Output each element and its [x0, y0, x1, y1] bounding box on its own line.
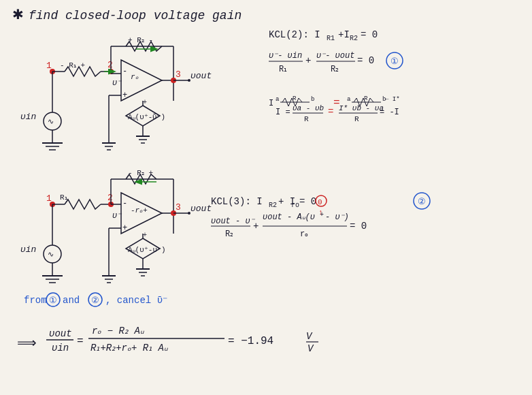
eq1-plus: +	[305, 55, 311, 66]
r1-label-top: - R₁ +	[60, 61, 85, 69]
vcvs1-plus: +	[143, 99, 147, 106]
vin-label2: υin	[20, 244, 36, 255]
kcl2-plus: +I	[338, 29, 350, 40]
opamp2-minus: -	[122, 199, 127, 208]
circuit1-node2: 2	[107, 60, 113, 70]
eq1-num-label: ①	[390, 57, 399, 67]
opamp1-ro: rₒ	[131, 73, 139, 81]
istar-den: R	[354, 115, 359, 123]
eq1-num1: υ⁻- υin	[269, 51, 302, 61]
circuit2-node3: 3	[176, 202, 181, 212]
result-big-num: rₒ − R₂ Aᵤ	[92, 326, 144, 336]
vcvs2-plus: +	[143, 232, 147, 239]
implies-arrow: ⟹	[17, 336, 37, 351]
kcl2-label: KCL(2): I	[269, 29, 320, 40]
kcl2-sub1: R1	[327, 35, 335, 42]
i-formula-lhs: I =	[276, 108, 290, 117]
eq2-plus: +	[253, 221, 259, 232]
asterisk: ✱	[12, 7, 24, 23]
opamp2-vminus: υ⁻	[112, 211, 122, 221]
eq1-den1: R₁	[279, 65, 287, 74]
vcvs1-label: Aᵤ(υ⁺-ῡ⁻)	[128, 113, 165, 121]
kcl3-sub2: ro	[291, 202, 299, 209]
kcl2-sub2: R2	[350, 35, 358, 42]
r1-label-bot: R₁	[60, 193, 67, 202]
result-num: υout	[49, 328, 72, 339]
current-I: I	[269, 99, 273, 108]
node-a: a	[276, 96, 280, 103]
eq2-den1: R₂	[225, 230, 233, 239]
opamp2-plus: +	[122, 223, 127, 233]
conc-label1: ①	[49, 296, 57, 306]
eq2-num2: υout - Aᵤ(υ	[263, 212, 315, 222]
kcl3-zero: 0	[318, 198, 322, 206]
eq2-num-label: ②	[418, 197, 426, 207]
conclusion-and: and	[63, 295, 80, 306]
istar-num: I* υb - υa	[339, 104, 384, 112]
title: find closed-loop voltage gain	[29, 9, 242, 22]
opamp1-plus: +	[122, 91, 127, 100]
result-value: = −1.94	[228, 335, 273, 347]
vout-label2: υout	[190, 204, 212, 214]
eq2-num2b: - υ⁻)	[325, 212, 349, 222]
node-a2: a	[347, 96, 351, 103]
eq1-den2: R₂	[331, 65, 339, 74]
circuit1-node3: 3	[176, 69, 181, 80]
istar-label: ← I*	[385, 96, 400, 103]
result-equals: =	[77, 335, 84, 347]
i-num: υa - υb	[293, 104, 324, 112]
eq1-num2: υ⁻- υout	[316, 51, 354, 61]
result-big-den: R₁+R₂+rₒ+ R₁ Aᵤ	[90, 343, 168, 353]
vcvs2-label: Aᵤ(υ⁺-υ⁻)	[128, 246, 166, 254]
eq2-den2: rₒ	[300, 230, 308, 239]
conclusion-cancel: , cancel ῡ⁻	[105, 295, 167, 306]
vout-label1: υout	[190, 71, 212, 81]
vin-wave1: ∿	[48, 118, 54, 126]
eq1-result: = 0	[357, 55, 374, 66]
kcl2-eq0: = 0	[361, 29, 378, 40]
opamp1-vminus: υ⁻	[112, 78, 122, 88]
vin-wave2: ∿	[48, 251, 54, 259]
node-b: b	[311, 96, 314, 103]
red-arrow-annotation: ↑	[318, 208, 323, 217]
opamp2-ro: -rₒ+	[131, 206, 148, 215]
page: ✱ find closed-loop voltage gain 1 - R₁ +…	[0, 0, 532, 395]
vin-label1: υin	[20, 112, 36, 122]
istar-result: = -I	[380, 108, 399, 117]
eq2-num1: υout - υ⁻	[211, 217, 256, 226]
conclusion-from: from	[24, 295, 47, 306]
equals-red2: =	[328, 106, 333, 117]
kcl3-label: KCL(3): I	[211, 196, 263, 207]
kcl3-eq: = 0	[299, 196, 316, 207]
circuit2-node2: 2	[107, 193, 113, 203]
result-den: υin	[52, 343, 69, 353]
conc-label2: ②	[91, 296, 99, 306]
kcl3-sub1: R2	[269, 202, 277, 209]
i-den: R	[304, 115, 309, 123]
eq2-result: = 0	[350, 221, 367, 232]
opamp1-minus: -	[122, 67, 127, 76]
